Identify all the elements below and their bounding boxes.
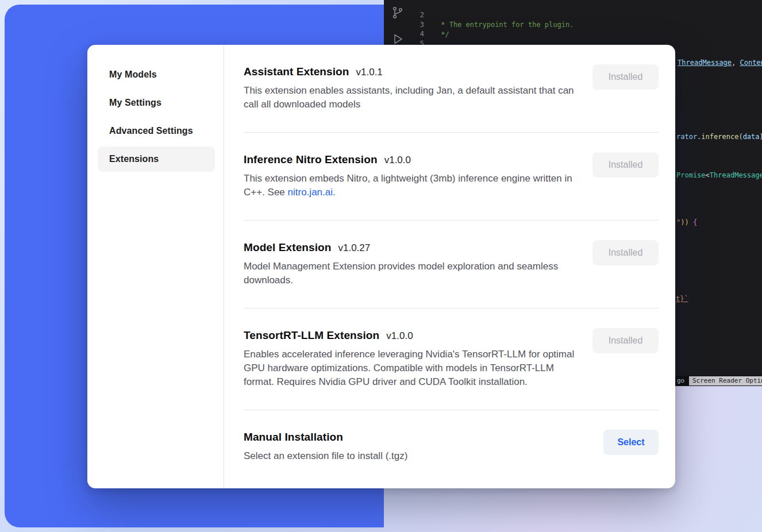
settings-sidebar: My Models My Settings Advanced Settings …	[87, 45, 224, 488]
code-fragment: ")) {	[676, 218, 697, 227]
extensions-list: Assistant Extension v1.0.1 This extensio…	[224, 45, 675, 488]
sidebar-item-extensions[interactable]: Extensions	[98, 147, 215, 172]
extension-version: v1.0.27	[338, 242, 370, 254]
code-line: 3 */	[384, 10, 762, 20]
extension-version: v1.0.0	[384, 155, 411, 166]
manual-installation-row: Manual Installation Select an extension …	[244, 410, 659, 475]
extension-version: v1.0.0	[386, 330, 413, 342]
code-fragment: Promise<ThreadMessage>	[676, 171, 762, 180]
installed-button[interactable]: Installed	[592, 152, 659, 178]
extension-row-inference-nitro: Inference Nitro Extension v1.0.0 This ex…	[244, 133, 659, 221]
extension-description: This extension embeds Nitro, a lightweig…	[244, 172, 577, 199]
code-line: 5 // Web / extension runtime	[384, 29, 762, 39]
extension-description: Model Management Extension provides mode…	[244, 260, 577, 287]
installed-button[interactable]: Installed	[592, 64, 659, 90]
extension-description: This extension enables assistants, inclu…	[244, 84, 577, 111]
code-line: 2 * The entrypoint for the plugin.	[384, 1, 762, 10]
manual-installation-description: Select an extension file to install (.tg…	[244, 449, 577, 463]
extension-row-assistant: Assistant Extension v1.0.1 This extensio…	[244, 45, 659, 133]
extension-name: Model Extension	[244, 241, 331, 254]
extension-version: v1.0.1	[356, 67, 383, 78]
sidebar-item-my-models[interactable]: My Models	[98, 62, 215, 87]
extension-name: Inference Nitro Extension	[244, 153, 378, 166]
select-button[interactable]: Select	[603, 430, 659, 455]
installed-button[interactable]: Installed	[592, 240, 659, 265]
nitro-jan-ai-link[interactable]: nitro.jan.ai.	[288, 187, 336, 198]
extension-row-model: Model Extension v1.0.27 Model Management…	[244, 221, 659, 309]
sidebar-item-my-settings[interactable]: My Settings	[98, 90, 215, 115]
extension-row-tensorrt-llm: TensortRT-LLM Extension v1.0.0 Enables a…	[244, 309, 659, 410]
screen-reader-optimized-badge[interactable]: Screen Reader Optimized	[689, 376, 762, 385]
sidebar-item-advanced-settings[interactable]: Advanced Settings	[98, 118, 215, 144]
code-fragment: rator.inference(data));	[676, 132, 762, 141]
installed-button[interactable]: Installed	[592, 328, 659, 353]
extension-description: Enables accelerated inference leveraging…	[244, 348, 577, 389]
status-bar-text: go	[677, 377, 684, 384]
code-fragment: t}`	[676, 294, 688, 303]
manual-installation-title: Manual Installation	[244, 431, 343, 444]
settings-modal: My Models My Settings Advanced Settings …	[87, 45, 675, 488]
extension-name: Assistant Extension	[244, 65, 349, 78]
extension-name: TensortRT-LLM Extension	[244, 329, 379, 342]
code-line: 4	[384, 20, 762, 29]
